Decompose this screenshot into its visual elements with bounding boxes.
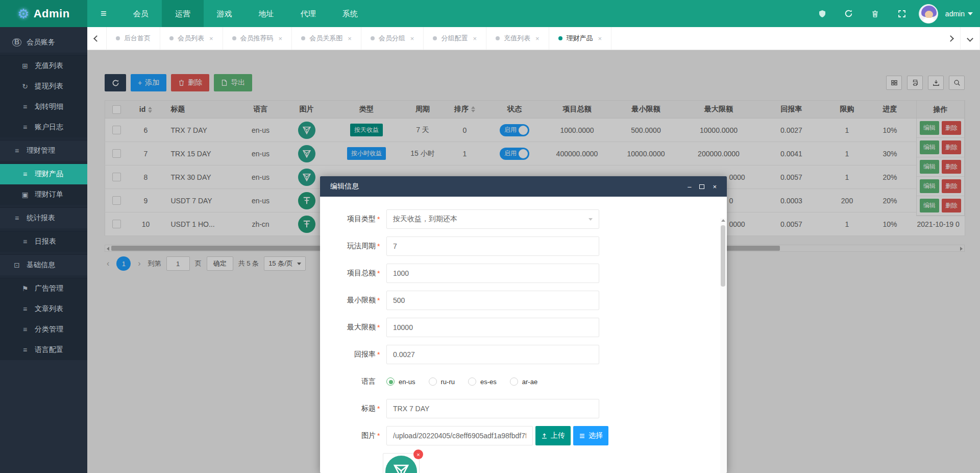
- refresh-icon[interactable]: [839, 4, 859, 23]
- remove-image-icon[interactable]: ×: [413, 450, 423, 459]
- tabs-menu-button[interactable]: [961, 27, 980, 50]
- sidebar-item-finance-manage[interactable]: ≡ 理财管理: [0, 140, 87, 161]
- sidebar-item-base-info[interactable]: ⊡ 基础信息: [0, 255, 87, 275]
- navbar-right: admin: [813, 0, 980, 27]
- chevron-down-icon: [967, 35, 973, 42]
- list-icon: ≡: [20, 103, 30, 111]
- tab-close-icon[interactable]: ×: [279, 35, 283, 42]
- min-limit-input[interactable]: [386, 291, 599, 310]
- tab-label: 理财产品: [567, 34, 593, 43]
- tabs-scroll-right-button[interactable]: [941, 27, 961, 50]
- chevron-down-icon: [589, 218, 593, 221]
- tab-dot-icon: [496, 36, 500, 40]
- sidebar-item-daily-report[interactable]: ≡ 日报表: [0, 231, 87, 252]
- tab-close-icon[interactable]: ×: [410, 35, 414, 42]
- sidebar-item-label: 账户日志: [35, 123, 63, 132]
- max-limit-input[interactable]: [386, 318, 599, 337]
- tab-dot-icon: [232, 36, 236, 40]
- sidebar-item-language-config[interactable]: ≡ 语言配置: [0, 340, 87, 360]
- sidebar-item-finance-order[interactable]: ▣ 理财订单: [0, 184, 87, 205]
- radio-label: ru-ru: [441, 378, 455, 386]
- radio-es-es[interactable]: es-es: [468, 377, 497, 386]
- title-input[interactable]: [386, 399, 599, 418]
- total-amount-input[interactable]: [386, 264, 599, 283]
- field-label: 项目类型: [327, 215, 376, 224]
- tab-relation-graph[interactable]: 会员关系图 ×: [292, 27, 361, 50]
- image-path-input[interactable]: [386, 426, 533, 445]
- minimize-icon[interactable]: –: [688, 183, 691, 190]
- tab-dot-icon: [169, 36, 174, 40]
- tab-close-icon[interactable]: ×: [598, 35, 602, 42]
- dialog-titlebar[interactable]: 编辑信息 – ×: [320, 176, 727, 197]
- radio-en-us[interactable]: en-us: [386, 377, 415, 386]
- list-icon: ≡: [20, 325, 30, 334]
- tab-referral-code[interactable]: 会员推荐码 ×: [223, 27, 292, 50]
- period-input[interactable]: [386, 236, 599, 256]
- close-icon[interactable]: ×: [713, 183, 717, 190]
- avatar-body: [923, 18, 935, 23]
- tab-close-icon[interactable]: ×: [209, 35, 213, 42]
- tab-member-group[interactable]: 会员分组 ×: [361, 27, 424, 50]
- sidebar-item-label: 理财订单: [35, 190, 63, 199]
- tab-dot-icon: [301, 36, 305, 40]
- fullscreen-icon[interactable]: [892, 4, 912, 23]
- nav-item-game[interactable]: 游戏: [204, 0, 246, 27]
- tab-recharge-list[interactable]: 充值列表 ×: [486, 27, 549, 50]
- sidebar-item-ad-manage[interactable]: ⚑ 广告管理: [0, 278, 87, 299]
- tab-group-config[interactable]: 分组配置 ×: [424, 27, 486, 50]
- nav-item-member[interactable]: 会员: [120, 0, 162, 27]
- list-icon: ≡: [12, 147, 21, 155]
- sidebar-item-withdraw-list[interactable]: ↻ 提现列表: [0, 76, 87, 97]
- sidebar-item-label: 理财产品: [35, 170, 63, 179]
- required-asterisk: *: [377, 296, 381, 304]
- nav-item-operation[interactable]: 运营: [162, 0, 204, 27]
- sidebar-item-account-log[interactable]: ≡ 账户日志: [0, 117, 87, 137]
- nav-item-address[interactable]: 地址: [246, 0, 287, 27]
- sidebar-item-category-manage[interactable]: ≡ 分类管理: [0, 319, 87, 340]
- user-dropdown[interactable]: admin: [945, 10, 973, 18]
- tab-close-icon[interactable]: ×: [348, 35, 352, 42]
- sidebar-item-finance-product[interactable]: ≡ 理财产品: [0, 164, 87, 184]
- sidebar-item-stats-report[interactable]: ≡ 统计报表: [0, 208, 87, 228]
- tab-home[interactable]: 后台首页: [107, 27, 160, 50]
- radio-label: es-es: [480, 378, 497, 386]
- tab-label: 后台首页: [124, 34, 151, 43]
- form-row-max: 最大限额*: [327, 318, 727, 337]
- radio-ru-ru[interactable]: ru-ru: [429, 377, 455, 386]
- sidebar-item-member-accounts[interactable]: B 会员账务: [0, 32, 87, 53]
- image-preview: ×: [383, 453, 420, 473]
- tab-close-icon[interactable]: ×: [535, 35, 540, 42]
- list-icon: ≡: [20, 123, 30, 131]
- app-logo[interactable]: ⚙ Admin: [0, 0, 87, 27]
- tab-finance-product[interactable]: 理财产品 ×: [549, 27, 612, 50]
- theme-icon[interactable]: [813, 4, 832, 23]
- choose-label: 选择: [589, 431, 603, 440]
- sidebar-item-transfer-detail[interactable]: ≡ 划转明细: [0, 97, 87, 117]
- nav-item-system[interactable]: 系统: [329, 0, 371, 27]
- field-label: 图片: [327, 431, 376, 440]
- rate-input[interactable]: [386, 345, 599, 364]
- project-type-select[interactable]: 按天收益，到期还本: [386, 209, 599, 229]
- field-label: 语言: [327, 377, 376, 386]
- tab-member-list[interactable]: 会员列表 ×: [160, 27, 223, 50]
- trash-icon[interactable]: [866, 4, 885, 23]
- tab-dot-icon: [433, 36, 437, 40]
- radio-ar-ae[interactable]: ar-ae: [510, 377, 537, 386]
- dialog-scrollbar[interactable]: [720, 218, 726, 473]
- sidebar-collapse-toggle[interactable]: ≡: [87, 0, 120, 27]
- upload-button[interactable]: 上传: [535, 426, 571, 445]
- tab-close-icon[interactable]: ×: [473, 35, 477, 42]
- tabs-scroll-left-button[interactable]: [87, 27, 107, 50]
- main-menu: ≡ 会员 运营 游戏 地址 代理 系统: [87, 0, 371, 27]
- field-label: 项目总额: [327, 269, 376, 278]
- sidebar-item-article-list[interactable]: ≡ 文章列表: [0, 299, 87, 319]
- user-avatar[interactable]: [919, 4, 938, 23]
- scroll-up-arrow-icon[interactable]: [721, 219, 725, 222]
- maximize-icon[interactable]: [699, 183, 704, 190]
- sidebar-item-recharge-list[interactable]: ⊞ 充值列表: [0, 56, 87, 76]
- scrollbar-thumb[interactable]: [721, 225, 725, 287]
- tab-label: 会员分组: [379, 34, 405, 43]
- choose-button[interactable]: 选择: [573, 426, 608, 445]
- nav-item-agent[interactable]: 代理: [287, 0, 329, 27]
- sidebar-item-label: 提现列表: [35, 82, 63, 91]
